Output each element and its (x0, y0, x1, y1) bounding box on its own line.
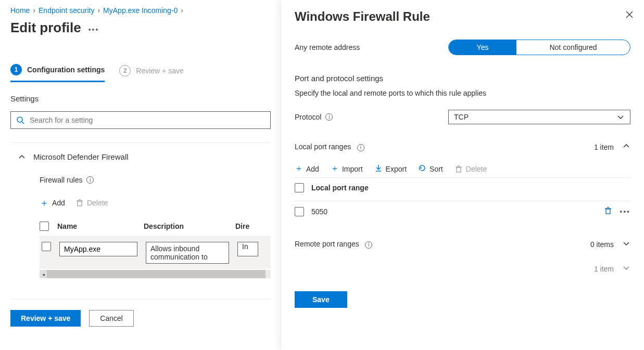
close-button[interactable] (625, 10, 634, 21)
breadcrumb-home[interactable]: Home (10, 6, 30, 15)
info-icon[interactable]: i (365, 241, 372, 249)
search-input[interactable] (30, 116, 265, 124)
breadcrumb-section[interactable]: Endpoint security (39, 6, 94, 15)
scroll-left-icon[interactable]: ◂ (40, 270, 47, 278)
any-remote-label: Any remote address (295, 43, 360, 51)
row-checkbox[interactable] (42, 242, 51, 251)
col-direction[interactable]: Dire (235, 222, 256, 230)
svg-rect-12 (606, 209, 610, 214)
port-col-header[interactable]: Local port range (311, 184, 369, 192)
breadcrumb-item[interactable]: MyApp.exe Incoming-0 (103, 6, 178, 15)
any-remote-toggle[interactable]: Yes Not configured (448, 40, 630, 55)
more-icon[interactable]: ••• (620, 208, 630, 216)
horizontal-scrollbar[interactable]: ◂ (40, 270, 271, 278)
chevron-right-icon: › (181, 6, 183, 15)
partial-row: 1 item (295, 264, 630, 274)
sort-label: Sort (430, 165, 443, 173)
main-pane: Home › Endpoint security › MyApp.exe Inc… (0, 0, 281, 350)
more-menu[interactable]: ••• (89, 25, 99, 34)
local-ranges-count: 1 item (594, 143, 614, 151)
rules-toolbar: ＋ Add Delete (40, 197, 271, 209)
delete-label: Delete (87, 199, 108, 207)
port-section-title: Port and protocol settings (295, 74, 630, 83)
firewall-rule-flyout: Windows Firewall Rule Any remote address… (281, 0, 644, 350)
add-label: Add (52, 199, 65, 207)
remote-port-ranges[interactable]: Remote port ranges i 0 items (295, 239, 630, 249)
add-rule-button[interactable]: ＋ Add (40, 197, 65, 209)
info-icon[interactable]: i (86, 176, 94, 184)
port-row[interactable]: 5050 ••• (295, 201, 630, 222)
rule-description[interactable]: Allows inbound communication to (146, 242, 229, 264)
rule-name-input[interactable] (59, 242, 137, 256)
chevron-right-icon: › (33, 6, 35, 15)
remote-ranges-text: Remote port ranges (295, 240, 359, 248)
import-button[interactable]: ＋ Import (331, 163, 363, 174)
local-ranges-right: 1 item (594, 142, 630, 152)
protocol-label: Protocol i (295, 113, 333, 121)
step-review[interactable]: 2 Review + save (119, 64, 183, 82)
firewall-rules-label: Firewall rules (40, 176, 82, 184)
protocol-select[interactable]: TCP (448, 110, 630, 124)
svg-rect-2 (78, 201, 82, 206)
local-port-ranges[interactable]: Local port ranges i 1 item (295, 142, 630, 152)
flyout-title: Windows Firewall Rule (295, 9, 630, 24)
refresh-icon (418, 164, 426, 174)
plus-icon: ＋ (331, 163, 339, 174)
info-icon[interactable]: i (325, 113, 333, 121)
step-configuration[interactable]: 1 Configuration settings (10, 64, 105, 82)
download-icon (374, 164, 383, 174)
scroll-thumb[interactable] (47, 270, 266, 278)
protocol-label-text: Protocol (295, 113, 321, 121)
search-box[interactable] (10, 111, 271, 129)
add-port-button[interactable]: ＋ Add (295, 163, 319, 174)
divider (10, 142, 271, 143)
info-icon[interactable]: i (357, 144, 364, 151)
footer-buttons: Review + save Cancel (10, 310, 271, 327)
review-save-button[interactable]: Review + save (10, 310, 81, 327)
wizard-steps: 1 Configuration settings 2 Review + save (10, 64, 271, 83)
chevron-up-icon[interactable] (622, 142, 630, 152)
cancel-button[interactable]: Cancel (89, 310, 134, 327)
remote-ranges-label: Remote port ranges i (295, 240, 372, 249)
port-toolbar: ＋ Add ＋ Import Export Sort Delete (295, 163, 630, 174)
sort-button[interactable]: Sort (418, 164, 443, 174)
chevron-down-icon[interactable] (622, 264, 630, 274)
remote-ranges-right: 0 items (590, 239, 630, 249)
svg-rect-9 (457, 167, 461, 172)
col-name[interactable]: Name (57, 222, 135, 230)
step-label: Configuration settings (27, 66, 105, 74)
step-number: 2 (119, 65, 131, 76)
port-table-header: Local port range (295, 177, 630, 198)
save-button[interactable]: Save (295, 291, 347, 308)
chevron-up-icon (18, 153, 26, 161)
plus-icon: ＋ (40, 197, 49, 209)
divider (10, 299, 271, 300)
port-value: 5050 (311, 208, 327, 216)
section-firewall[interactable]: Microsoft Defender Firewall (18, 152, 271, 161)
delete-port-icon[interactable] (604, 206, 612, 216)
port-section-desc: Specify the local and remote ports to wh… (295, 89, 630, 97)
delete-port-button: Delete (454, 165, 487, 173)
rules-table: Name Description Dire Allows inbound com… (40, 218, 271, 269)
search-icon (16, 116, 24, 124)
svg-point-0 (17, 117, 22, 122)
trash-icon (75, 199, 84, 207)
any-remote-row: Any remote address Yes Not configured (295, 40, 630, 55)
toggle-not-configured[interactable]: Not configured (516, 40, 630, 55)
toggle-yes[interactable]: Yes (449, 40, 516, 55)
rule-direction[interactable]: In (237, 242, 258, 256)
select-all-ports-checkbox[interactable] (295, 183, 304, 192)
import-label: Import (342, 165, 363, 173)
col-description[interactable]: Description (144, 222, 227, 230)
step-number: 1 (10, 64, 22, 75)
table-row[interactable]: Allows inbound communication to In (40, 237, 271, 269)
page-title: Edit profile (10, 20, 81, 36)
export-button[interactable]: Export (374, 164, 407, 174)
partial-count: 1 item (594, 265, 614, 273)
firewall-rules-heading: Firewall rules i (40, 176, 271, 184)
chevron-down-icon[interactable] (622, 239, 630, 249)
local-ranges-label: Local port ranges i (295, 142, 364, 151)
select-all-checkbox[interactable] (40, 222, 49, 231)
port-row-checkbox[interactable] (295, 207, 304, 216)
local-ranges-text: Local port ranges (295, 142, 351, 151)
